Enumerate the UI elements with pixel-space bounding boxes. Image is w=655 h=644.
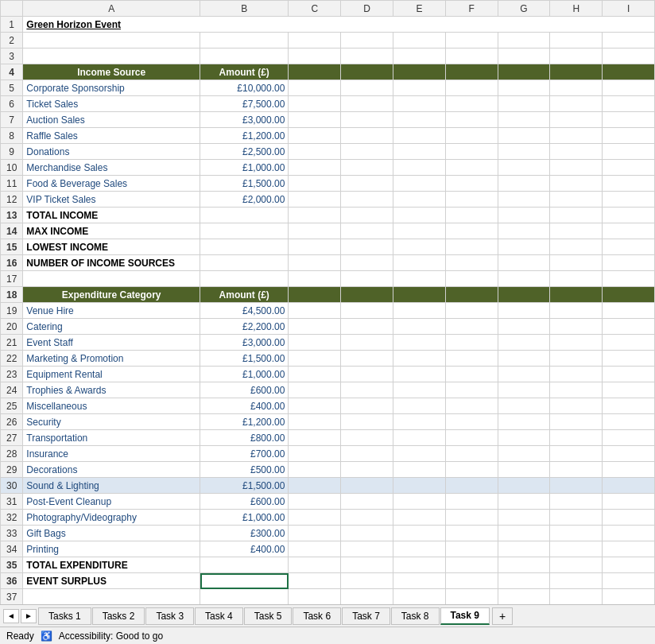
income-amount-5[interactable]: £1,000.00: [200, 160, 289, 176]
tab-task9[interactable]: Task 9: [440, 607, 490, 625]
expend-amount-12[interactable]: £600.00: [200, 494, 289, 510]
income-label-7[interactable]: VIP Ticket Sales: [23, 192, 200, 208]
row-10: 10 Merchandise Sales £1,000.00: [1, 160, 655, 176]
income-amount-7[interactable]: £2,000.00: [200, 192, 289, 208]
lowest-income-label[interactable]: LOWEST INCOME: [23, 239, 200, 255]
tab-nav-prev[interactable]: ◄: [3, 609, 19, 623]
total-income-label[interactable]: TOTAL INCOME: [23, 208, 200, 223]
expend-label-8[interactable]: Transportation: [23, 430, 200, 446]
row-5: 5 Corporate Sponsorship £10,000.00: [1, 80, 655, 96]
income-amount-1[interactable]: £7,500.00: [200, 96, 289, 112]
tab-task8[interactable]: Task 8: [391, 607, 440, 625]
tab-bar: ◄ ► Tasks 1 Tasks 2 Task 3 Task 4 Task 5…: [0, 604, 655, 627]
expend-label-4[interactable]: Equipment Rental: [23, 367, 200, 382]
row-12: 12 VIP Ticket Sales £2,000.00: [1, 192, 655, 208]
income-label-1[interactable]: Ticket Sales: [23, 96, 200, 112]
status-ready-label: Ready: [6, 630, 34, 642]
row-28: 28 Insurance £700.00: [1, 446, 655, 462]
col-header-b[interactable]: B: [200, 1, 289, 17]
spreadsheet-title[interactable]: Green Horizon Event: [23, 17, 655, 33]
row-24: 24 Trophies & Awards £600.00: [1, 382, 655, 398]
row-num-1: 1: [1, 17, 23, 33]
expend-label-7[interactable]: Security: [23, 414, 200, 430]
tab-nav-next[interactable]: ►: [21, 609, 37, 623]
expend-amount-5[interactable]: £600.00: [200, 382, 289, 398]
expend-amount-8[interactable]: £800.00: [200, 430, 289, 446]
tab-task5[interactable]: Task 5: [244, 607, 293, 625]
num-income-sources-label[interactable]: NUMBER OF INCOME SOURCES: [23, 255, 200, 271]
expenditure-section-header: 18 Expenditure Category Amount (£): [1, 287, 655, 303]
row-27: 27 Transportation £800.00: [1, 430, 655, 446]
expend-label-15[interactable]: Printing: [23, 541, 200, 557]
row-29: 29 Decorations £500.00: [1, 462, 655, 478]
expend-amount-10[interactable]: £500.00: [200, 462, 289, 478]
col-header-c[interactable]: C: [289, 1, 341, 17]
expend-amount-1[interactable]: £2,200.00: [200, 319, 289, 335]
income-amount-3[interactable]: £1,200.00: [200, 128, 289, 144]
col-header-f[interactable]: F: [445, 1, 498, 17]
expend-amount-4[interactable]: £1,000.00: [200, 367, 289, 382]
row-22: 22 Marketing & Promotion £1,500.00: [1, 351, 655, 367]
col-header-a[interactable]: A: [23, 1, 200, 17]
expend-amount-6[interactable]: £400.00: [200, 398, 289, 414]
row-3: 3: [1, 48, 655, 64]
tab-task7[interactable]: Task 7: [342, 607, 390, 625]
row-31: 31 Post-Event Cleanup £600.00: [1, 494, 655, 510]
event-surplus-value[interactable]: [200, 573, 289, 589]
expend-amount-2[interactable]: £3,000.00: [200, 335, 289, 351]
row-13: 13 TOTAL INCOME: [1, 208, 655, 223]
tab-task3[interactable]: Task 3: [145, 607, 194, 625]
income-label-6[interactable]: Food & Beverage Sales: [23, 176, 200, 192]
expend-label-5[interactable]: Trophies & Awards: [23, 382, 200, 398]
expenditure-category-header: Expenditure Category: [23, 287, 200, 303]
income-amount-2[interactable]: £3,000.00: [200, 112, 289, 128]
income-label-2[interactable]: Auction Sales: [23, 112, 200, 128]
expend-label-14[interactable]: Gift Bags: [23, 526, 200, 541]
expend-amount-15[interactable]: £400.00: [200, 541, 289, 557]
event-surplus-label[interactable]: EVENT SURPLUS: [23, 573, 200, 589]
col-header-d[interactable]: D: [341, 1, 393, 17]
expend-amount-0[interactable]: £4,500.00: [200, 303, 289, 319]
add-sheet-button[interactable]: +: [492, 607, 513, 625]
expend-amount-9[interactable]: £700.00: [200, 446, 289, 462]
max-income-label[interactable]: MAX INCOME: [23, 223, 200, 239]
expend-label-10[interactable]: Decorations: [23, 462, 200, 478]
expend-label-6[interactable]: Miscellaneous: [23, 398, 200, 414]
row-23: 23 Equipment Rental £1,000.00: [1, 367, 655, 382]
expend-label-13[interactable]: Photography/Videography: [23, 510, 200, 526]
expend-amount-14[interactable]: £300.00: [200, 526, 289, 541]
expend-label-0[interactable]: Venue Hire: [23, 303, 200, 319]
total-expenditure-label[interactable]: TOTAL EXPENDITURE: [23, 557, 200, 573]
expend-label-12[interactable]: Post-Event Cleanup: [23, 494, 200, 510]
row-30: 30 Sound & Lighting £1,500.00: [1, 478, 655, 494]
tab-tasks1[interactable]: Tasks 1: [38, 607, 91, 625]
col-header-g[interactable]: G: [498, 1, 550, 17]
expend-label-1[interactable]: Catering: [23, 319, 200, 335]
income-label-3[interactable]: Raffle Sales: [23, 128, 200, 144]
tab-tasks2[interactable]: Tasks 2: [92, 607, 145, 625]
row-7: 7 Auction Sales £3,000.00: [1, 112, 655, 128]
expend-amount-11[interactable]: £1,500.00: [200, 478, 289, 494]
tab-task4[interactable]: Task 4: [195, 607, 243, 625]
income-amount-4[interactable]: £2,500.00: [200, 144, 289, 160]
income-label-5[interactable]: Merchandise Sales: [23, 160, 200, 176]
col-header-i[interactable]: I: [603, 1, 655, 17]
income-amount-6[interactable]: £1,500.00: [200, 176, 289, 192]
expend-label-3[interactable]: Marketing & Promotion: [23, 351, 200, 367]
row-20: 20 Catering £2,200.00: [1, 319, 655, 335]
col-header-e[interactable]: E: [393, 1, 445, 17]
expend-amount-7[interactable]: £1,200.00: [200, 414, 289, 430]
expend-amount-13[interactable]: £1,000.00: [200, 510, 289, 526]
tab-task6[interactable]: Task 6: [293, 607, 341, 625]
income-amount-0[interactable]: £10,000.00: [200, 80, 289, 96]
expend-label-2[interactable]: Event Staff: [23, 335, 200, 351]
row-34: 34 Printing £400.00: [1, 541, 655, 557]
expend-amount-3[interactable]: £1,500.00: [200, 351, 289, 367]
expend-label-9[interactable]: Insurance: [23, 446, 200, 462]
row-35: 35 TOTAL EXPENDITURE: [1, 557, 655, 573]
row-6: 6 Ticket Sales £7,500.00: [1, 96, 655, 112]
col-header-h[interactable]: H: [550, 1, 603, 17]
income-label-4[interactable]: Donations: [23, 144, 200, 160]
expend-label-11[interactable]: Sound & Lighting: [23, 478, 200, 494]
income-label-0[interactable]: Corporate Sponsorship: [23, 80, 200, 96]
